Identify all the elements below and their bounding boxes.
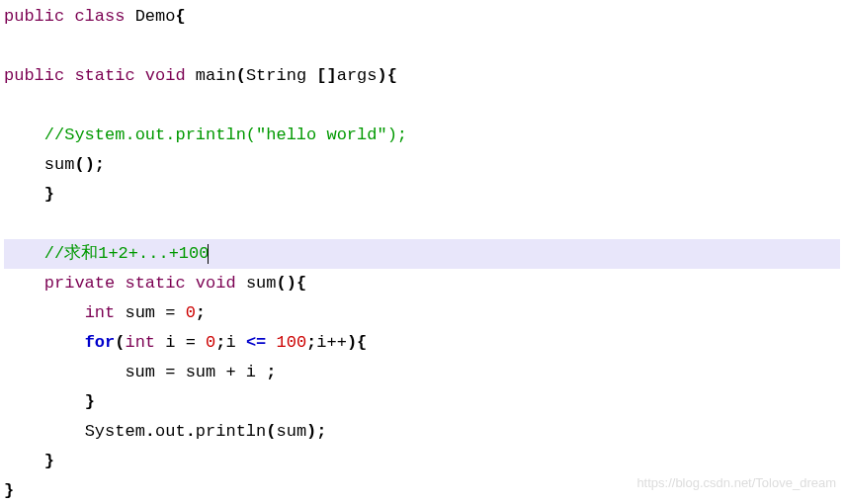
keyword-for: for xyxy=(85,333,116,352)
var-sum: sum xyxy=(125,363,155,381)
var-sum: sum xyxy=(125,303,155,322)
op-lte: <= xyxy=(246,333,266,352)
array-brackets: [] xyxy=(306,66,337,85)
comment-sum: //求和1+2+...+100 xyxy=(44,244,210,263)
op-assign: = xyxy=(186,333,196,352)
keyword-static: static xyxy=(125,274,185,293)
param-args: args xyxy=(337,66,378,85)
op-assign: = xyxy=(165,303,175,322)
keyword-void: void xyxy=(196,274,236,293)
op-increment: ++ xyxy=(327,333,347,352)
literal-zero: 0 xyxy=(206,333,215,352)
var-i: i xyxy=(246,363,256,381)
paren-close: ) xyxy=(347,333,357,352)
semicolon: ; xyxy=(215,333,225,352)
var-i: i xyxy=(316,333,326,352)
code-line-12: for(int i = 0;i <= 100;i++){ xyxy=(4,328,840,358)
comment-line: //System.out.println("hello world"); xyxy=(44,126,407,144)
arg-sum: sum xyxy=(276,422,306,441)
paren-open: ( xyxy=(266,422,276,441)
brace-open: { xyxy=(387,66,397,85)
var-i: i xyxy=(225,333,235,352)
paren-open: ( xyxy=(276,274,286,293)
text-cursor-icon xyxy=(208,244,209,264)
var-sum: sum xyxy=(186,363,216,381)
dot: . xyxy=(186,422,196,441)
code-line-10: private static void sum(){ xyxy=(4,269,840,298)
code-line-11: int sum = 0; xyxy=(4,298,840,328)
op-plus: + xyxy=(225,363,235,381)
paren-close: ) xyxy=(378,66,387,85)
op-assign: = xyxy=(165,363,175,381)
call-sum: sum xyxy=(44,155,75,174)
method-main: main xyxy=(196,66,236,85)
code-line-9-highlighted: //求和1+2+...+100 xyxy=(4,239,840,269)
brace-close: } xyxy=(44,185,54,204)
paren-close: ) xyxy=(306,422,316,441)
code-line-14: } xyxy=(4,387,840,417)
paren-close: ) xyxy=(287,274,296,293)
code-line-17: } xyxy=(4,476,840,504)
literal-zero: 0 xyxy=(186,303,196,322)
semicolon: ; xyxy=(266,363,276,381)
method-println: println xyxy=(196,422,266,441)
brace-open: { xyxy=(357,333,367,352)
code-line-7: } xyxy=(4,180,840,210)
brace-open: { xyxy=(296,274,306,293)
code-line-6: sum(); xyxy=(4,150,840,180)
method-sum: sum xyxy=(246,274,277,293)
paren-close: ) xyxy=(85,155,95,174)
brace-open: { xyxy=(175,7,185,26)
keyword-public: public xyxy=(4,66,64,85)
dot: . xyxy=(145,422,155,441)
semicolon: ; xyxy=(306,333,316,352)
code-line-16: } xyxy=(4,447,840,476)
code-line-2 xyxy=(4,32,840,61)
keyword-public: public xyxy=(4,7,64,26)
brace-close: } xyxy=(4,481,14,500)
brace-close: } xyxy=(85,392,95,411)
type-string: String xyxy=(246,66,306,85)
code-line-1: public class Demo{ xyxy=(4,2,840,32)
class-name: Demo xyxy=(135,7,176,26)
field-out: out xyxy=(155,422,186,441)
semicolon: ; xyxy=(95,155,105,174)
obj-system: System xyxy=(85,422,145,441)
code-line-5: //System.out.println("hello world"); xyxy=(4,121,840,150)
type-int: int xyxy=(85,303,116,322)
keyword-class: class xyxy=(74,7,125,26)
var-i: i xyxy=(165,333,175,352)
type-int: int xyxy=(125,333,155,352)
paren-open: ( xyxy=(115,333,125,352)
keyword-static: static xyxy=(74,66,134,85)
keyword-private: private xyxy=(44,274,115,293)
brace-close: } xyxy=(44,452,54,470)
paren-open: ( xyxy=(74,155,84,174)
code-line-4 xyxy=(4,91,840,121)
code-line-3: public static void main(String []args){ xyxy=(4,61,840,91)
semicolon: ; xyxy=(316,422,326,441)
code-line-8 xyxy=(4,210,840,239)
paren-open: ( xyxy=(236,66,246,85)
keyword-void: void xyxy=(145,66,186,85)
semicolon: ; xyxy=(196,303,206,322)
code-line-15: System.out.println(sum); xyxy=(4,417,840,447)
literal-100: 100 xyxy=(276,333,306,352)
code-line-13: sum = sum + i ; xyxy=(4,358,840,387)
